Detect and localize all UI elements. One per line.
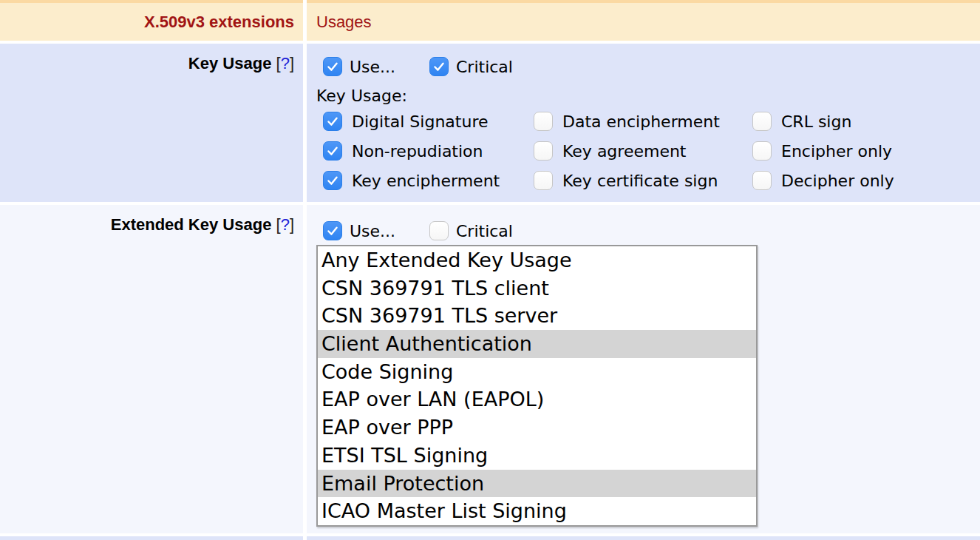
key-usage-option-label: Data encipherment [562,112,720,131]
key-usage-critical-checkbox[interactable] [429,57,449,76]
key-usage-option[interactable]: Decipher only [752,171,980,190]
key-usage-option-label: Key certificate sign [562,172,718,190]
extensions-form-table: X.509v3 extensions Usages Key Usage [?] … [0,0,980,540]
extended-key-usage-listbox[interactable]: Any Extended Key UsageCSN 369791 TLS cli… [316,245,758,527]
next-row-right-cell [307,536,980,540]
check-icon [324,222,341,240]
listbox-option[interactable]: ICAO Master List Signing [318,497,756,525]
extended-key-usage-help-link[interactable]: [?] [276,215,295,234]
key-usage-critical-label: Critical [456,58,513,76]
listbox-option[interactable]: CSN 369791 TLS client [318,274,756,303]
key-usage-option-label: Key encipherment [352,172,500,190]
key-usage-option-checkbox[interactable] [534,141,553,161]
check-icon [324,58,341,75]
key-usage-option[interactable]: Digital Signature [323,112,534,131]
listbox-option[interactable]: Code Signing [318,358,756,386]
key-usage-option-checkbox[interactable] [752,112,772,131]
key-usage-option[interactable]: Key certificate sign [534,171,752,190]
key-usage-label: Key Usage [188,54,272,72]
key-usage-label-cell: Key Usage [?] [0,44,303,202]
key-usage-option[interactable]: Non-repudiation [323,141,534,161]
key-usage-option-label: Key agreement [562,142,687,161]
listbox-option[interactable]: EAP over LAN (EAPOL) [318,385,756,414]
section-header-usages: Usages [307,0,980,41]
key-usage-option-label: Non-repudiation [352,142,483,161]
key-usage-use-row[interactable]: Use... [323,57,429,76]
key-usage-options-grid: Digital SignatureData enciphermentCRL si… [323,107,980,195]
key-usage-option-checkbox[interactable] [752,171,772,190]
key-usage-option-checkbox[interactable] [323,141,342,161]
extended-key-usage-critical-label: Critical [456,222,513,240]
key-usage-option-label: Decipher only [781,172,894,190]
key-usage-option-checkbox[interactable] [534,171,553,190]
question-mark-icon: ? [281,54,290,72]
check-icon [324,112,341,130]
check-icon [430,58,448,75]
key-usage-option-checkbox[interactable] [752,141,772,161]
section-header-title: X.509v3 extensions [144,13,294,32]
extended-key-usage-use-critical-row: Use... Critical [323,221,980,240]
key-usage-option-label: Encipher only [781,142,892,161]
extended-key-usage-use-row[interactable]: Use... [323,221,429,240]
key-usage-use-label: Use... [350,58,395,76]
extended-key-usage-critical-row[interactable]: Critical [429,221,513,240]
key-usage-group-label: Key Usage: [316,86,980,107]
key-usage-option-label: CRL sign [781,112,851,131]
key-usage-option[interactable]: Key agreement [534,141,752,161]
check-icon [324,142,341,160]
extended-key-usage-label-cell: Extended Key Usage [?] [0,205,303,533]
listbox-option[interactable]: Any Extended Key Usage [318,246,756,274]
check-icon [324,172,341,189]
key-usage-help-link[interactable]: [?] [276,54,295,72]
key-usage-use-checkbox[interactable] [323,57,342,76]
extended-key-usage-use-checkbox[interactable] [323,221,342,240]
listbox-option[interactable]: EAP over PPP [318,414,756,442]
key-usage-option-label: Digital Signature [352,112,488,131]
extended-key-usage-label: Extended Key Usage [111,215,272,234]
key-usage-critical-row[interactable]: Critical [429,57,513,76]
key-usage-option[interactable]: CRL sign [752,112,980,131]
section-header-x509v3-extensions: X.509v3 extensions [0,0,303,41]
key-usage-content-cell: Use... Critical Key Usage: Digital Signa… [307,44,980,202]
key-usage-option[interactable]: Encipher only [752,141,980,161]
listbox-option[interactable]: CSN 369791 TLS server [318,302,756,330]
key-usage-option[interactable]: Key encipherment [323,171,534,190]
key-usage-option[interactable]: Data encipherment [534,112,752,131]
next-row-left-cell [0,536,303,540]
listbox-option[interactable]: Client Authentication [318,330,756,358]
question-mark-icon: ? [281,215,290,234]
key-usage-option-checkbox[interactable] [534,112,553,131]
key-usage-use-critical-row: Use... Critical [323,57,980,76]
extended-key-usage-critical-checkbox[interactable] [429,221,449,240]
extended-key-usage-content-cell: Use... Critical Any Extended Key UsageCS… [307,205,980,533]
listbox-option[interactable]: ETSI TSL Signing [318,442,756,470]
extended-key-usage-use-label: Use... [350,222,395,240]
key-usage-option-checkbox[interactable] [323,112,342,131]
key-usage-option-checkbox[interactable] [323,171,342,190]
usages-header-title: Usages [316,13,372,32]
listbox-option[interactable]: Email Protection [318,470,756,498]
